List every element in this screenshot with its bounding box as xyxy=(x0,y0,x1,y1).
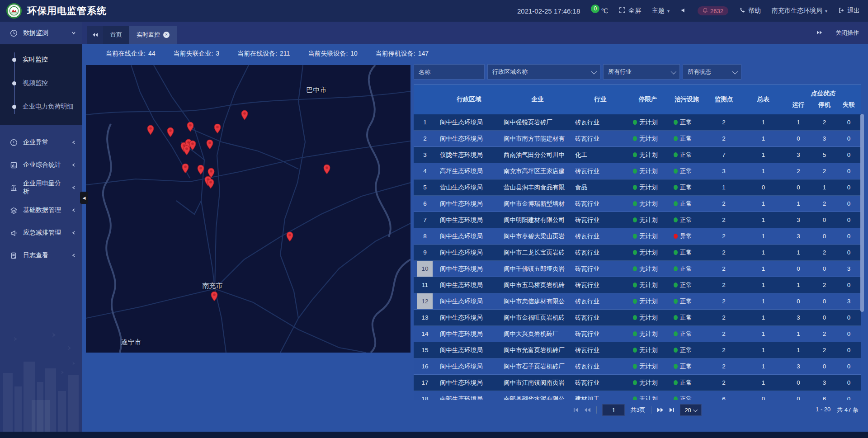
industry-filter-select[interactable]: 所有行业 xyxy=(603,64,680,80)
status-dot-green xyxy=(633,299,637,304)
fullscreen-button[interactable]: 全屏 xyxy=(619,7,641,15)
cell-region: 阆中生态环境局 xyxy=(436,277,502,293)
cell-run: 0 xyxy=(784,179,812,195)
map-pin[interactable] xyxy=(167,127,174,139)
sidebar-collapse-handle[interactable]: ◀ xyxy=(80,192,88,204)
tab-bar-right: 关闭操作 xyxy=(816,22,868,44)
cell-run: 0 xyxy=(784,375,812,391)
sidebar-item-log-view[interactable]: 日志查看 xyxy=(0,244,82,267)
sidebar-item-emergency-reduction[interactable]: 应急减排管理 xyxy=(0,221,82,244)
map-pin[interactable] xyxy=(286,231,293,243)
table-row[interactable]: 17 阆中生态环境局 阆中市江南镇阆南页岩 砖瓦行业 无计划 正常 2 1 0 … xyxy=(414,375,861,391)
table-scrollbar[interactable] xyxy=(860,114,864,312)
map-pin[interactable] xyxy=(206,139,213,151)
cell-company: 阆中市石子页岩机砖厂 xyxy=(502,358,573,374)
sidebar-item-company-abnormal[interactable]: 企业异常 xyxy=(0,131,82,154)
tab-home[interactable]: 首页 xyxy=(103,26,129,44)
sidebar-item-company-statistics[interactable]: 企业综合统计 xyxy=(0,154,82,176)
table-row[interactable]: 4 高坪生态环境局 南充市高坪区王家店建 砖瓦行业 无计划 正常 3 1 2 2… xyxy=(414,163,861,179)
sidebar-item-power-usage-analysis[interactable]: 企业用电量分析 xyxy=(0,176,82,199)
table-row[interactable]: 1 阆中生态环境局 阆中强锐页岩砖厂 砖瓦行业 无计划 正常 2 1 1 2 0 xyxy=(414,114,861,131)
prev-page-button[interactable] xyxy=(584,407,591,413)
map-pin[interactable] xyxy=(187,122,194,133)
table-row[interactable]: 12 阆中生态环境局 阆中市忠信建材有限公 砖瓦行业 无计划 正常 2 1 0 … xyxy=(414,293,861,310)
table-row[interactable]: 8 阆中生态环境局 阆中市枣碧大梁山页岩 砖瓦行业 无计划 异常 2 1 3 0… xyxy=(414,228,861,245)
table-row[interactable]: 10 阆中生态环境局 阆中千佛镇五郎垭页岩 砖瓦行业 无计划 正常 2 1 0 … xyxy=(414,261,861,277)
cell-company: 营山县润丰肉食品有限 xyxy=(502,179,573,195)
map-pin[interactable] xyxy=(183,145,190,157)
table-row[interactable]: 13 阆中生态环境局 阆中市金福旺页岩机砖 砖瓦行业 无计划 正常 2 1 3 … xyxy=(414,310,861,326)
map-pin[interactable] xyxy=(241,110,248,122)
table-row[interactable]: 15 阆中生态环境局 阆中市光富页岩机砖厂 砖瓦行业 无计划 正常 2 1 1 … xyxy=(414,342,861,358)
bullet-dot-icon xyxy=(12,81,16,85)
map-pin[interactable] xyxy=(147,125,154,137)
chevron-left-icon xyxy=(71,185,76,190)
map-panel[interactable]: 巴中市南充市遂宁市 xyxy=(86,65,410,353)
cell-meter: 1 xyxy=(742,293,784,309)
table-row[interactable]: 7 阆中生态环境局 阆中明阳建材有限公司 砖瓦行业 无计划 正常 2 1 3 0… xyxy=(414,212,861,228)
cell-stop: 2 xyxy=(812,114,836,130)
table-row[interactable]: 6 阆中生态环境局 阆中市金博瑞新型墙材 砖瓦行业 无计划 正常 2 1 1 2… xyxy=(414,196,861,212)
table-row[interactable]: 5 营山生态环境局 营山县润丰肉食品有限 食品 无计划 正常 1 0 0 1 0 xyxy=(414,179,861,196)
sidebar-item-power-load-detail[interactable]: 企业电力负荷明细 xyxy=(0,95,82,118)
volume-button[interactable] xyxy=(680,7,687,15)
cell-industry: 砖瓦行业 xyxy=(573,114,627,130)
col-facility: 治污设施 xyxy=(668,85,705,114)
cell-company: 南部县砌华水泥有限公 xyxy=(502,391,573,400)
cell-run: 2 xyxy=(784,163,812,179)
map-pin[interactable] xyxy=(323,164,330,176)
theme-dropdown[interactable]: 主题 ▾ xyxy=(652,7,670,15)
cell-stop: 0 xyxy=(812,228,836,244)
cell-lost: 3 xyxy=(836,261,861,277)
table-row[interactable]: 2 阆中生态环境局 阆中市南方节能建材有 砖瓦行业 无计划 正常 2 1 0 3… xyxy=(414,131,861,147)
cell-company: 阆中市金福旺页岩机砖 xyxy=(502,310,573,325)
alarm-badge[interactable]: 2632 xyxy=(698,6,728,15)
region-filter-select[interactable]: 行政区域名称 xyxy=(487,64,600,80)
table-row[interactable]: 16 阆中生态环境局 阆中市石子页岩机砖厂 砖瓦行业 无计划 正常 2 1 3 … xyxy=(414,358,861,375)
tab-close-icon[interactable]: × xyxy=(163,32,170,38)
page-number-input[interactable] xyxy=(602,404,625,416)
sidebar-item-realtime-monitoring[interactable]: 实时监控 xyxy=(0,48,82,71)
help-button[interactable]: 帮助 xyxy=(739,7,761,15)
close-operations-button[interactable]: 关闭操作 xyxy=(835,29,859,37)
tab-realtime-monitoring[interactable]: 实时监控 × xyxy=(129,26,177,44)
table-row[interactable]: 3 仪陇生态环境局 西南油气田分公司川中 化工 无计划 正常 7 1 3 5 0 xyxy=(414,147,861,163)
map-pin[interactable] xyxy=(207,179,214,190)
cell-industry: 建材加工 xyxy=(573,391,627,400)
cell-region: 阆中生态环境局 xyxy=(436,245,502,260)
sidebar-item-base-data-management[interactable]: 基础数据管理 xyxy=(0,199,82,221)
tab-scroll-left-button[interactable] xyxy=(87,26,103,44)
map-pin[interactable] xyxy=(197,165,204,176)
last-page-button[interactable] xyxy=(669,407,675,413)
name-filter-input[interactable] xyxy=(414,64,485,80)
cell-lost: 0 xyxy=(836,391,861,400)
next-page-button[interactable] xyxy=(657,407,664,413)
logout-button[interactable]: 退出 xyxy=(838,7,860,15)
stat-stopped-devices: 当前停机设备:147 xyxy=(376,50,429,58)
first-page-button[interactable] xyxy=(573,407,579,413)
cell-industry: 砖瓦行业 xyxy=(573,261,627,277)
table-row[interactable]: 18 南部生态环境局 南部县砌华水泥有限公 建材加工 无计划 正常 6 0 0 … xyxy=(414,391,861,400)
layers-icon xyxy=(10,207,18,214)
table-row[interactable]: 14 阆中生态环境局 阆中大兴页岩机砖厂 砖瓦行业 无计划 正常 2 1 1 2… xyxy=(414,326,861,342)
tab-scroll-right-button[interactable] xyxy=(816,29,823,36)
table-row[interactable]: 11 阆中生态环境局 阆中市五马桥页岩机砖 砖瓦行业 无计划 正常 2 1 1 … xyxy=(414,277,861,293)
table-row[interactable]: 9 阆中生态环境局 阆中市二龙长宝页岩砖 砖瓦行业 无计划 正常 2 1 1 2… xyxy=(414,245,861,261)
sidebar-item-video-monitoring[interactable]: 视频监控 xyxy=(0,71,82,95)
cell-plan: 无计划 xyxy=(627,114,668,130)
cell-facility: 正常 xyxy=(668,261,705,277)
status-dot xyxy=(674,169,678,174)
cell-run: 0 xyxy=(784,391,812,400)
user-dropdown[interactable]: 南充市生态环境局 ▾ xyxy=(772,7,827,15)
page-size-select[interactable]: 20 xyxy=(680,404,702,416)
status-filter-select[interactable]: 所有状态 xyxy=(683,64,741,80)
map-pin[interactable] xyxy=(182,163,189,175)
status-dot xyxy=(674,331,678,336)
map-pin[interactable] xyxy=(214,123,221,135)
sidebar-item-data-monitoring[interactable]: 数据监测 xyxy=(0,22,82,44)
cell-facility: 正常 xyxy=(668,375,705,391)
bullet-dot-icon xyxy=(12,58,16,62)
cell-monitor: 2 xyxy=(705,342,742,358)
map-pin[interactable] xyxy=(211,291,218,303)
cell-stop: 2 xyxy=(812,342,836,358)
